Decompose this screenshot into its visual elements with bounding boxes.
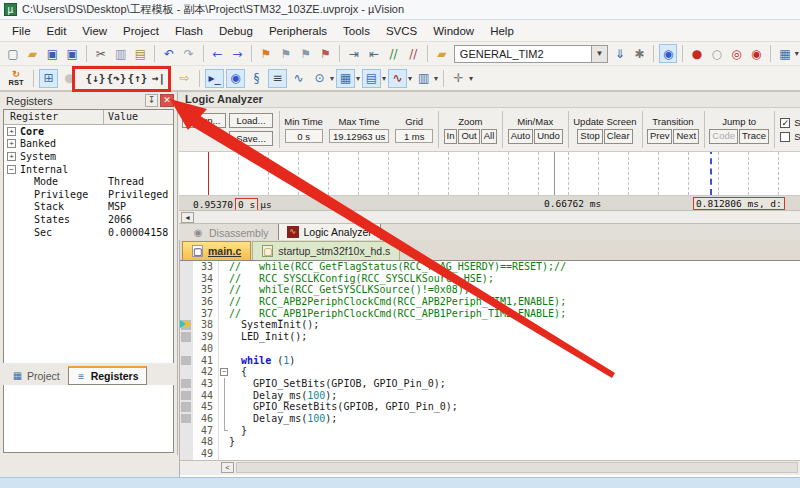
stop-icon[interactable]: ●	[60, 69, 79, 88]
editor-margin[interactable]	[180, 319, 193, 331]
menu-item-file[interactable]: File	[4, 22, 39, 40]
watch-window-icon[interactable]: ⊙	[310, 69, 329, 88]
disable-breakpoints-icon[interactable]: ◉	[747, 44, 765, 63]
find-in-files-icon[interactable]: ◉	[659, 44, 677, 63]
flash-download-icon[interactable]: ⇓	[611, 44, 629, 63]
paste-icon[interactable]: ▤	[132, 44, 150, 63]
combo-dropdown-icon[interactable]: ▼	[592, 45, 608, 63]
analyzer-button-load[interactable]: Load...	[229, 113, 273, 128]
menu-item-edit[interactable]: Edit	[39, 22, 75, 40]
waveform-area[interactable]	[179, 152, 800, 196]
menu-item-help[interactable]: Help	[482, 22, 522, 40]
editor-margin[interactable]	[180, 331, 193, 343]
reset-button[interactable]: ↻RST	[3, 68, 29, 89]
editor-margin[interactable]	[180, 366, 193, 378]
menu-item-peripherals[interactable]: Peripherals	[261, 22, 335, 40]
tree-expander-icon[interactable]: +	[7, 152, 16, 161]
show-next-statement-icon[interactable]: ⇨	[175, 69, 194, 88]
kill-breakpoints-icon[interactable]: ◎	[728, 44, 746, 63]
code-area[interactable]: 33// while(RCC_GetFlagStatus(RCC_FLAG_HS…	[180, 261, 800, 460]
menu-item-view[interactable]: View	[74, 22, 115, 40]
bookmark-next-icon[interactable]: ⚑	[277, 44, 295, 63]
close-icon[interactable]: ✕	[160, 94, 174, 107]
menu-item-flash[interactable]: Flash	[167, 22, 211, 40]
editor-hscrollbar[interactable]: <	[180, 460, 800, 475]
analyzer-button-setup[interactable]: Setup...	[182, 113, 226, 128]
analyzer-button-in[interactable]: In	[444, 129, 458, 144]
comment-icon[interactable]: //	[385, 44, 403, 63]
editor-margin[interactable]	[180, 413, 193, 425]
dropdown-caret-icon[interactable]: ▾	[356, 74, 360, 83]
analyzer-button-auto[interactable]: Auto	[508, 129, 534, 144]
uncomment-icon[interactable]: //	[404, 44, 422, 63]
register-row[interactable]: Sec0.00004158	[4, 226, 173, 239]
checkbox-icon[interactable]	[780, 132, 790, 142]
open-folder-icon[interactable]: ▰	[24, 44, 42, 63]
waveform-hscrollbar[interactable]: ◄	[179, 211, 800, 224]
scrollbar-track[interactable]	[236, 462, 798, 473]
scroll-left-icon[interactable]: ◄	[181, 212, 194, 223]
toolbox-icon[interactable]: ✛	[449, 69, 468, 88]
tree-expander-icon[interactable]: −	[7, 165, 16, 174]
editor-margin[interactable]	[180, 448, 193, 460]
navigate-forward-icon[interactable]: →	[228, 44, 246, 63]
breakpoint-disabled-icon[interactable]: ○	[708, 44, 726, 63]
analyzer-button-stop[interactable]: Stop	[577, 129, 603, 144]
bookmark-prev-icon[interactable]: ⚑	[297, 44, 315, 63]
step-into-icon[interactable]: {↓}	[85, 69, 106, 88]
analyzer-button-prev[interactable]: Prev	[647, 129, 673, 144]
register-row[interactable]: ModeThread	[4, 175, 173, 188]
register-row[interactable]: PrivilegePrivileged	[4, 188, 173, 201]
outdent-icon[interactable]: ⇤	[365, 44, 383, 63]
analyzer-button-code[interactable]: Code	[709, 129, 738, 144]
dropdown-caret-icon[interactable]: ▾	[330, 74, 334, 83]
run-to-cursor-icon[interactable]: →|	[148, 69, 169, 88]
register-row[interactable]: −Internal	[4, 163, 173, 176]
analyzer-button-undo[interactable]: Undo	[534, 129, 563, 144]
register-row[interactable]: States2066	[4, 213, 173, 226]
cut-icon[interactable]: ✂	[92, 44, 110, 63]
run-icon[interactable]: ⊞	[39, 69, 58, 88]
analyzer-button-next[interactable]: Next	[673, 129, 699, 144]
editor-margin[interactable]	[180, 355, 193, 367]
tab-disassembly[interactable]: ◉Disassembly	[183, 224, 278, 241]
window-layout-icon[interactable]: ▦	[776, 44, 794, 63]
editor-margin[interactable]	[180, 436, 193, 448]
navigate-back-icon[interactable]: ←	[209, 44, 227, 63]
dropdown-caret-icon[interactable]: ▾	[434, 74, 438, 83]
memory-window-icon[interactable]: ▦	[336, 69, 355, 88]
editor-margin[interactable]	[180, 261, 193, 273]
menu-item-svcs[interactable]: SVCS	[378, 22, 425, 40]
menu-item-tools[interactable]: Tools	[335, 22, 378, 40]
tree-expander-icon[interactable]: +	[7, 139, 16, 148]
analyzer-button-save[interactable]: Save...	[229, 131, 273, 146]
command-window-icon[interactable]: ▸_	[205, 69, 224, 88]
analyzer-button-clear[interactable]: Clear	[604, 129, 633, 144]
bookmark-clear-icon[interactable]: ⚑	[316, 44, 334, 63]
dock-tab-project[interactable]: ▦Project	[4, 366, 68, 385]
serial-window-icon[interactable]: ▤	[362, 69, 381, 88]
dock-tab-registers[interactable]: ≡Registers	[68, 366, 147, 385]
save-icon[interactable]: ▣	[44, 44, 62, 63]
undo-icon[interactable]: ↶	[160, 44, 178, 63]
register-row[interactable]: +Core	[4, 125, 173, 138]
registers-window-icon[interactable]: ≡	[268, 69, 287, 88]
tab-logic-analyzer[interactable]: ∿Logic Analyzer	[278, 224, 381, 241]
save-all-icon[interactable]: ▣	[63, 44, 81, 63]
editor-margin[interactable]	[180, 425, 193, 437]
step-out-icon[interactable]: {↑}	[127, 69, 148, 88]
analyzer-button-out[interactable]: Out	[458, 129, 479, 144]
dropdown-caret-icon[interactable]: ▾	[469, 74, 473, 83]
fold-toggle-icon[interactable]: −	[220, 368, 228, 376]
editor-margin[interactable]	[180, 284, 193, 296]
editor-margin[interactable]	[180, 378, 193, 390]
target-select-value[interactable]: GENERAL_TIM2	[454, 45, 592, 63]
callstack-window-icon[interactable]: ∿	[289, 69, 308, 88]
dropdown-caret-icon[interactable]: ▾	[408, 74, 412, 83]
scroll-left-icon[interactable]: <	[221, 462, 234, 473]
pin-icon[interactable]: ↧	[145, 94, 158, 107]
symbols-window-icon[interactable]: §	[247, 69, 266, 88]
tree-expander-icon[interactable]: +	[7, 127, 16, 136]
register-row[interactable]: +System	[4, 150, 173, 163]
copy-icon[interactable]: ▥	[112, 44, 130, 63]
